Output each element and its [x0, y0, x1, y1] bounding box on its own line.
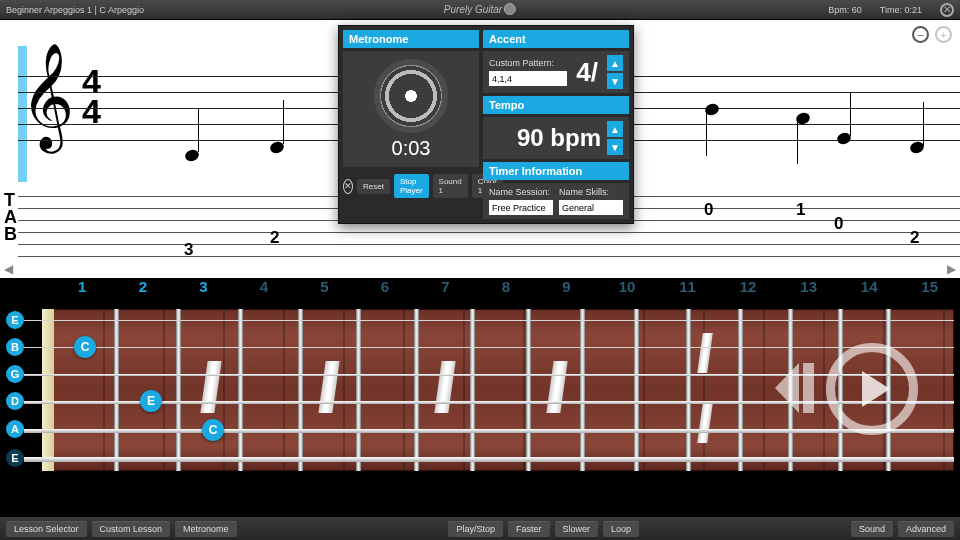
finger-marker[interactable]: C	[202, 419, 224, 441]
brand-logo: Purely Guitar	[444, 3, 516, 15]
session-label: Name Session:	[489, 187, 553, 197]
nut	[42, 309, 54, 471]
tab-label: TAB	[4, 192, 17, 243]
skills-label: Name Skills:	[559, 187, 623, 197]
string-label-b[interactable]: B	[6, 338, 24, 356]
tempo-readout: 90 bpm	[489, 124, 601, 152]
accent-title: Accent	[483, 30, 629, 48]
play-stop-button[interactable]: Play/Stop	[448, 521, 503, 537]
bpm-readout: Bpm: 60	[828, 5, 862, 15]
loop-button[interactable]: Loop	[603, 521, 639, 537]
metronome-title: Metronome	[343, 30, 479, 48]
scroll-right-button[interactable]: ▶	[947, 262, 956, 276]
metronome-reset-button[interactable]: Reset	[357, 179, 390, 194]
scroll-left-button[interactable]: ◀	[4, 262, 13, 276]
close-button[interactable]: ✕	[940, 3, 954, 17]
zoom-in-button[interactable]: +	[935, 26, 952, 43]
string-label-e-low[interactable]: E	[6, 449, 24, 467]
previous-bar-icon[interactable]	[803, 363, 814, 413]
metronome-panel[interactable]: Metronome 0:03 ✕ Reset Stop Player Sound…	[338, 25, 634, 224]
lesson-title: Beginner Arpeggios 1 | C Arpeggio	[6, 5, 144, 15]
bottom-bar: Lesson Selector Custom Lesson Metronome …	[0, 516, 960, 540]
finger-marker[interactable]: E	[140, 390, 162, 412]
tab-number: 0	[834, 214, 843, 234]
tab-number: 3	[184, 240, 193, 260]
lesson-selector-button[interactable]: Lesson Selector	[6, 521, 87, 537]
session-input[interactable]	[489, 200, 553, 215]
string-label-e-high[interactable]: E	[6, 311, 24, 329]
slower-button[interactable]: Slower	[555, 521, 599, 537]
custom-lesson-button[interactable]: Custom Lesson	[92, 521, 171, 537]
metronome-dial[interactable]	[374, 59, 448, 133]
pattern-label: Custom Pattern:	[489, 58, 567, 68]
timer-info-title: Timer Information	[483, 162, 629, 180]
metronome-timer: 0:03	[392, 137, 431, 160]
tab-number: 1	[796, 200, 805, 220]
accent-down-button[interactable]: ▼	[607, 73, 623, 89]
tab-number: 2	[270, 228, 279, 248]
metronome-close-button[interactable]: ✕	[343, 179, 353, 194]
accent-up-button[interactable]: ▲	[607, 55, 623, 71]
time-readout: Time: 0:21	[880, 5, 922, 15]
previous-icon[interactable]	[775, 363, 799, 413]
tab-number: 0	[704, 200, 713, 220]
advanced-button[interactable]: Advanced	[898, 521, 954, 537]
string-label-a[interactable]: A	[6, 420, 24, 438]
string-label-d[interactable]: D	[6, 392, 24, 410]
faster-button[interactable]: Faster	[508, 521, 550, 537]
metronome-sound-button[interactable]: Sound 1	[433, 174, 468, 198]
fretboard[interactable]: E B G D A E C E C	[6, 303, 954, 477]
tempo-title: Tempo	[483, 96, 629, 114]
skills-input[interactable]	[559, 200, 623, 215]
finger-marker[interactable]: C	[74, 336, 96, 358]
pattern-input[interactable]	[489, 71, 567, 86]
metronome-stop-button[interactable]: Stop Player	[394, 174, 429, 198]
metronome-button[interactable]: Metronome	[175, 521, 237, 537]
play-button[interactable]	[826, 343, 918, 435]
sound-button[interactable]: Sound	[851, 521, 893, 537]
top-bar: Beginner Arpeggios 1 | C Arpeggio Purely…	[0, 0, 960, 20]
fret-numbers: 123 456 789 101112 131415	[0, 278, 960, 303]
zoom-out-button[interactable]: −	[912, 26, 929, 43]
tempo-down-button[interactable]: ▼	[607, 139, 623, 155]
tempo-up-button[interactable]: ▲	[607, 121, 623, 137]
tab-number: 2	[910, 228, 919, 248]
string-label-g[interactable]: G	[6, 365, 24, 383]
accent-fraction: 4/	[576, 57, 598, 88]
